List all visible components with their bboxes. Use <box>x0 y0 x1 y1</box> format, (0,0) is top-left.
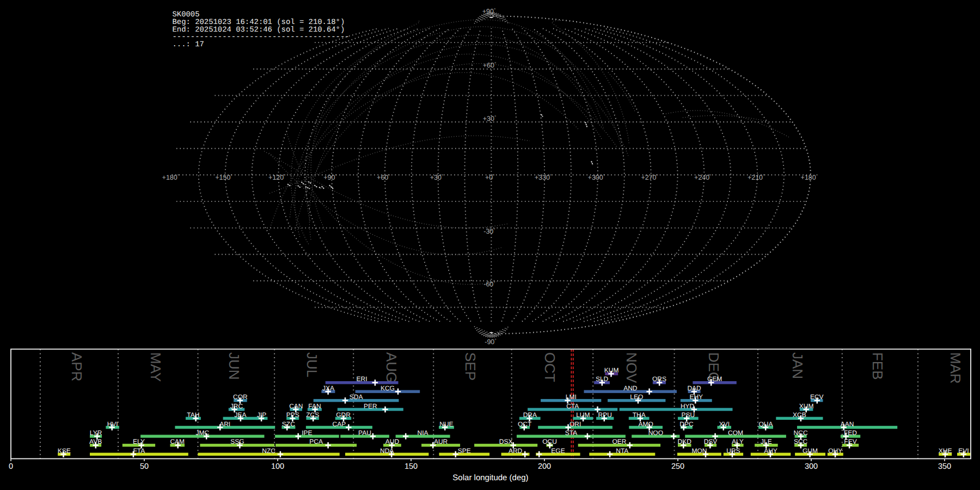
svg-text:PER: PER <box>364 402 377 410</box>
svg-text:PCA: PCA <box>309 438 323 445</box>
svg-text:TAH: TAH <box>187 411 199 419</box>
svg-text:COM: COM <box>728 429 743 437</box>
svg-text:MAY: MAY <box>148 352 164 382</box>
svg-text:JUL: JUL <box>304 352 320 377</box>
svg-text:ECV: ECV <box>810 393 824 401</box>
svg-text:KSE: KSE <box>58 447 71 455</box>
svg-text:QUA: QUA <box>758 420 773 428</box>
svg-text:MAR: MAR <box>947 352 964 384</box>
svg-text:ARD: ARD <box>509 447 523 455</box>
svg-text:XVI: XVI <box>719 420 730 428</box>
svg-text:RPU: RPU <box>598 411 612 419</box>
svg-text:AUG: AUG <box>383 352 400 383</box>
svg-text:NDA: NDA <box>380 447 394 455</box>
svg-text:ELY: ELY <box>133 438 145 445</box>
svg-text:URS: URS <box>726 447 740 455</box>
svg-text:DSX: DSX <box>499 438 513 445</box>
svg-text:OHY: OHY <box>828 447 842 455</box>
svg-text:PAU: PAU <box>358 429 371 437</box>
svg-text:JEA: JEA <box>235 411 247 419</box>
svg-text:NOV: NOV <box>623 352 640 383</box>
svg-text:SPE: SPE <box>458 447 471 455</box>
svg-text:100: 100 <box>271 462 284 471</box>
svg-text:+60°: +60° <box>483 61 497 69</box>
svg-text:50: 50 <box>140 462 149 471</box>
svg-text:EGE: EGE <box>551 447 565 455</box>
svg-text:+30°: +30° <box>483 114 497 122</box>
svg-text:IPE: IPE <box>302 429 312 437</box>
svg-text:EVI: EVI <box>958 447 969 455</box>
svg-text:+150°: +150° <box>215 173 232 181</box>
svg-text:+180°: +180° <box>801 173 818 181</box>
svg-text:JUN: JUN <box>226 352 242 380</box>
svg-text:LUM: LUM <box>576 411 590 419</box>
svg-text:OCT: OCT <box>542 352 558 382</box>
svg-text:NOO: NOO <box>648 429 663 437</box>
svg-text:JXA: JXA <box>322 384 334 392</box>
svg-text:+270°: +270° <box>641 173 658 181</box>
svg-text:FTA: FTA <box>133 447 145 455</box>
svg-text:+210°: +210° <box>748 173 765 181</box>
svg-text:GEM: GEM <box>707 375 722 383</box>
svg-text:MON: MON <box>691 447 707 455</box>
svg-text:Solar longitude (deg): Solar longitude (deg) <box>452 473 528 482</box>
svg-text:SDA: SDA <box>350 393 363 401</box>
svg-text:XCB: XCB <box>793 411 806 419</box>
svg-text:DPC: DPC <box>679 420 694 428</box>
svg-text:+180°: +180° <box>162 173 180 181</box>
svg-text:SCC: SCC <box>794 438 808 445</box>
svg-text:JAN: JAN <box>789 352 806 379</box>
svg-text:+60°: +60° <box>377 173 390 181</box>
svg-text:300: 300 <box>805 462 818 471</box>
svg-text:HVI: HVI <box>107 420 118 428</box>
svg-text:JRC: JRC <box>230 402 243 410</box>
svg-text:350: 350 <box>938 462 951 471</box>
svg-text:XHE: XHE <box>939 447 952 455</box>
svg-text:...: 17: ...: 17 <box>173 40 204 49</box>
svg-text:FEV: FEV <box>844 438 856 445</box>
svg-text:FED: FED <box>844 429 857 437</box>
svg-text:DSV: DSV <box>704 438 718 445</box>
svg-text:+90°: +90° <box>323 173 337 181</box>
svg-text:OCT: OCT <box>518 420 532 428</box>
svg-text:SLD: SLD <box>596 375 609 383</box>
svg-text:NZC: NZC <box>262 447 275 455</box>
svg-text:SSG: SSG <box>230 438 244 445</box>
svg-text:AHY: AHY <box>764 447 777 455</box>
svg-text:ARI: ARI <box>219 420 230 428</box>
svg-text:DRA: DRA <box>523 411 537 419</box>
svg-text:AMO: AMO <box>639 420 653 428</box>
svg-text:CAP: CAP <box>333 420 346 428</box>
svg-text:GDR: GDR <box>336 411 351 419</box>
svg-text:150: 150 <box>405 462 418 471</box>
svg-text:LEO: LEO <box>630 393 643 401</box>
svg-text:LMI: LMI <box>566 393 577 401</box>
svg-text:KUM: KUM <box>604 366 619 374</box>
svg-text:FAN: FAN <box>308 402 321 410</box>
svg-text:CTA: CTA <box>566 402 579 410</box>
svg-text:NIA: NIA <box>418 429 428 437</box>
svg-text:NTA: NTA <box>616 447 628 455</box>
svg-text:FEB: FEB <box>869 352 886 380</box>
svg-text:APR: APR <box>69 352 85 381</box>
svg-text:AAN: AAN <box>841 420 854 428</box>
svg-text:AUD: AUD <box>385 438 400 445</box>
svg-text:ZCS: ZCS <box>306 411 319 419</box>
svg-text:PSU: PSU <box>682 411 695 419</box>
svg-text:ORI: ORI <box>569 420 581 428</box>
svg-text:+90°: +90° <box>482 7 496 15</box>
svg-text:AVB: AVB <box>89 438 102 445</box>
svg-text:ALY: ALY <box>732 438 744 445</box>
svg-text:CAN: CAN <box>289 402 303 410</box>
svg-text:KCG: KCG <box>381 384 395 392</box>
svg-text:SZC: SZC <box>282 420 295 428</box>
svg-text:0: 0 <box>9 462 13 471</box>
svg-text:CAM: CAM <box>170 438 185 445</box>
svg-text:DAD: DAD <box>687 384 701 392</box>
svg-text:ERI: ERI <box>357 375 367 383</box>
svg-text:DKD: DKD <box>678 438 692 445</box>
svg-text:STA: STA <box>565 429 577 437</box>
svg-text:EHY: EHY <box>689 393 703 401</box>
svg-text:LYR: LYR <box>90 429 102 437</box>
svg-text:PPS: PPS <box>286 411 299 419</box>
